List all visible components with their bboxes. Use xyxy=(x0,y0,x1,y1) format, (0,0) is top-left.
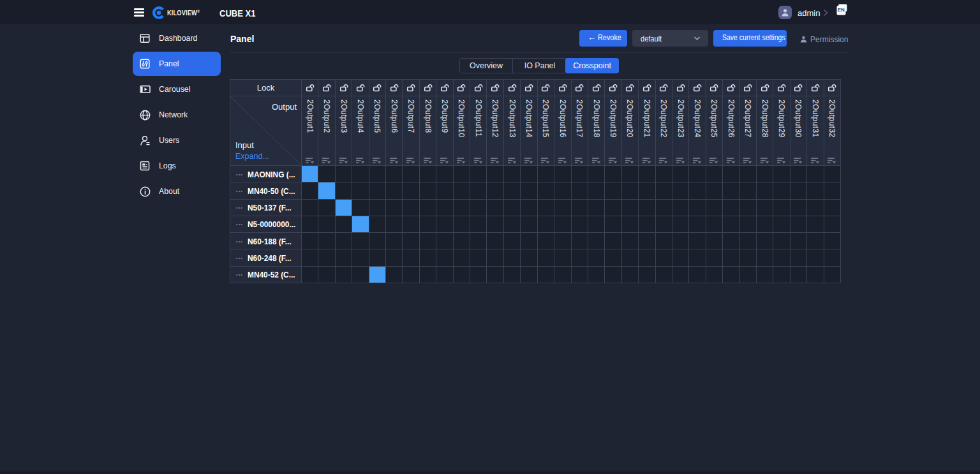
svg-text:EN: EN xyxy=(838,7,845,13)
